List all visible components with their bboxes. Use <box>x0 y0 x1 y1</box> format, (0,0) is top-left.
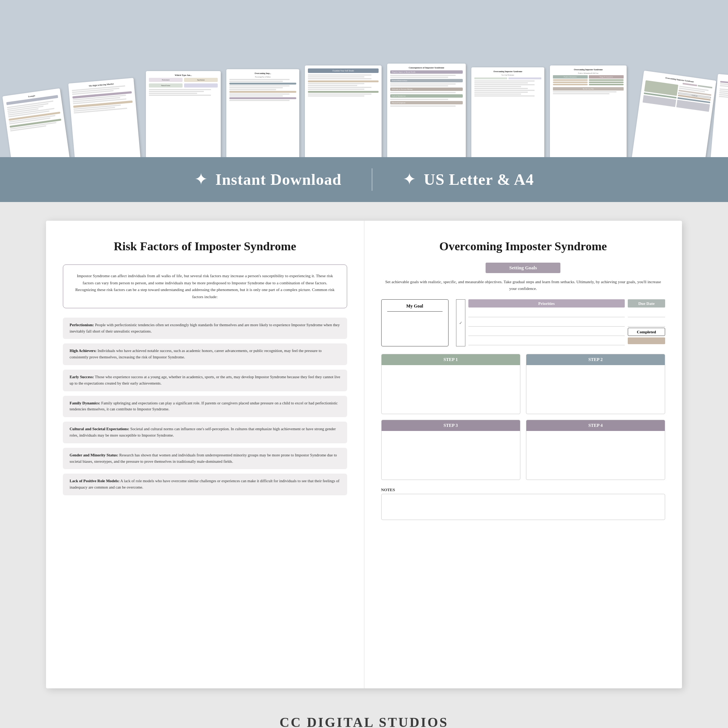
risk-factor-high-achievers: High Achievers: Individuals who have ach… <box>63 343 347 365</box>
banner-item-download: ✦ Instant Download <box>194 171 341 188</box>
risk-factor-text: Individuals who have achieved notable su… <box>70 349 322 359</box>
my-goal-box: My Goal <box>381 299 448 346</box>
preview-section: Example The High Achieving Mindset <box>0 0 728 157</box>
risk-factor-title: Family Dynamics: <box>70 401 100 405</box>
right-worksheet-title: Overcoming Imposter Syndrome <box>381 239 665 253</box>
completed-box: Completed <box>628 328 665 336</box>
goals-table-area: My Goal ✓ Priorities <box>381 299 665 346</box>
due-date-line <box>628 309 665 317</box>
priorities-row: ✓ Priorities Due Date <box>456 299 665 346</box>
preview-card: The High Achieving Mindset <box>68 78 140 157</box>
completed-fill <box>628 338 665 344</box>
banner-item-format: ✦ US Letter & A4 <box>402 171 534 188</box>
step-box-3: STEP 3 <box>381 420 520 480</box>
risk-factor-family-dynamics: Family Dynamics: Family upbringing and e… <box>63 396 347 418</box>
preview-card: Overcoming Imp... Processing Fear of Fai… <box>226 69 299 157</box>
notes-section: NOTES <box>381 488 665 520</box>
steps-grid: STEP 1 STEP 2 STEP 3 STEP 4 <box>381 354 665 480</box>
check-symbol: ✓ <box>459 321 462 326</box>
risk-intro-box: Impostor Syndrome can affect individuals… <box>63 265 347 308</box>
risk-factor-gender: Gender and Minority Status: Research has… <box>63 448 347 470</box>
setting-goals-header: Setting Goals <box>486 263 560 273</box>
main-content: Risk Factors of Imposter Syndrome Impost… <box>0 202 728 707</box>
banner-section: ✦ Instant Download ✦ US Letter & A4 <box>0 157 728 202</box>
step-header-4: STEP 4 <box>526 420 665 431</box>
step-content-4 <box>526 431 665 480</box>
step-content-2 <box>526 365 665 414</box>
step-box-1: STEP 1 <box>381 354 520 414</box>
risk-factor-role-models: Lack of Positive Role Models: A lack of … <box>63 474 347 495</box>
risk-factor-early-success: Early Success: Those who experience succ… <box>63 370 347 391</box>
preview-card: Overcoming Imposter Syndrome Positive Af… <box>550 66 627 157</box>
risk-factor-title: High Achievers: <box>70 349 96 353</box>
priorities-header: Priorities <box>468 299 625 307</box>
risk-factor-text: People with perfectionistic tendencies o… <box>70 323 340 333</box>
banner-divider <box>372 168 373 191</box>
footer-section: CC DIGITAL STUDIOS <box>0 707 728 728</box>
star-icon-2: ✦ <box>402 171 416 188</box>
risk-factor-title: Cultural and Societal Expectations: <box>70 427 130 431</box>
due-date-header: Due Date <box>628 299 665 307</box>
step-content-3 <box>382 431 520 480</box>
step-header-3: STEP 3 <box>382 420 520 431</box>
due-date-column: Due Date Completed <box>628 299 665 346</box>
step-box-2: STEP 2 <box>526 354 665 414</box>
risk-factor-title: Early Success: <box>70 375 94 379</box>
left-worksheet-title: Risk Factors of Imposter Syndrome <box>63 239 347 253</box>
risk-factor-cultural: Cultural and Societal Expectations: Soci… <box>63 422 347 443</box>
step-box-4: STEP 4 <box>526 420 665 480</box>
risk-intro-text: Impostor Syndrome can affect individuals… <box>75 274 335 299</box>
worksheet-container: Risk Factors of Imposter Syndrome Impost… <box>46 221 682 688</box>
step-header-2: STEP 2 <box>526 354 665 365</box>
footer-brand: CC DIGITAL STUDIOS <box>8 714 720 728</box>
risk-factor-perfectionism: Perfectionism: People with perfectionist… <box>63 318 347 339</box>
risk-factor-title: Lack of Positive Role Models: <box>70 479 120 483</box>
my-goal-label: My Goal <box>387 303 442 312</box>
due-date-line <box>628 318 665 327</box>
notes-label: NOTES <box>381 488 665 492</box>
risk-factor-title: Gender and Minority Status: <box>70 453 118 457</box>
priority-line <box>468 309 625 317</box>
banner-text-format: US Letter & A4 <box>424 171 534 188</box>
risk-factor-text: Family upbringing and expectations can p… <box>70 401 338 411</box>
banner-text-download: Instant Download <box>216 171 341 188</box>
priorities-section: ✓ Priorities Due Date <box>456 299 665 346</box>
risk-factor-title: Perfectionism: <box>70 323 94 327</box>
right-worksheet: Overcoming Imposter Syndrome Setting Goa… <box>364 221 682 688</box>
preview-card: Examine Your Self Doubt <box>305 66 382 157</box>
priority-line <box>468 318 625 327</box>
star-icon-1: ✦ <box>194 171 208 188</box>
check-column: ✓ <box>456 299 465 346</box>
preview-card: Example <box>2 88 70 157</box>
left-worksheet: Risk Factors of Imposter Syndrome Impost… <box>46 221 364 688</box>
priority-line <box>468 337 625 345</box>
step-content-1 <box>382 365 520 414</box>
risk-factor-text: Those who experience success at a young … <box>70 375 340 385</box>
priorities-column: Priorities <box>468 299 625 346</box>
goals-intro-text: Set achievable goals with realistic, spe… <box>381 279 665 292</box>
priority-line <box>468 328 625 336</box>
preview-card: Which Type Am... Perfectionist Superhuma… <box>146 71 221 157</box>
notes-box <box>381 494 665 520</box>
preview-card: Overcoming Imposter Syndrome <box>632 71 716 157</box>
step-header-1: STEP 1 <box>382 354 520 365</box>
preview-card: Consequences of Imposter Syndrome Negati… <box>387 64 466 157</box>
preview-card: Overcoming Imposter Syndrome Two Goal Wo… <box>471 67 544 157</box>
